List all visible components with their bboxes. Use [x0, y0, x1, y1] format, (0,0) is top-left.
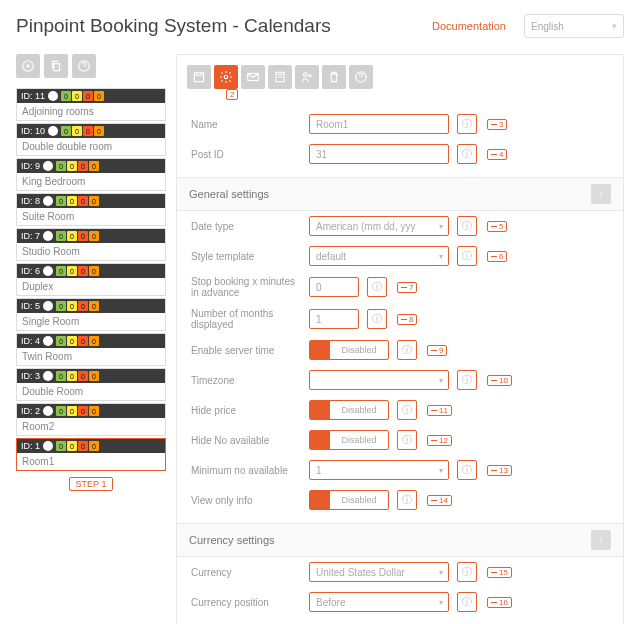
- status-dot: 0: [67, 406, 77, 416]
- min-avail-select[interactable]: 1: [309, 460, 449, 480]
- calendar-name: Single Room: [17, 313, 165, 330]
- tab-settings[interactable]: [214, 65, 238, 89]
- months-help[interactable]: ⓘ: [367, 309, 387, 329]
- calendar-name: Duplex: [17, 278, 165, 295]
- server-time-toggle[interactable]: Disabled: [309, 340, 389, 360]
- style-help[interactable]: ⓘ: [457, 246, 477, 266]
- calendar-item[interactable]: ID: 6 0 0 0 0 Duplex: [16, 263, 166, 296]
- callout-9: 9: [427, 345, 447, 356]
- collapse-general[interactable]: ↑: [591, 184, 611, 204]
- hide-price-help[interactable]: ⓘ: [397, 400, 417, 420]
- calendar-item[interactable]: ID: 1 0 0 0 0 Room1: [16, 438, 166, 471]
- style-select[interactable]: default: [309, 246, 449, 266]
- add-calendar-button[interactable]: [16, 54, 40, 78]
- status-dot: 0: [61, 126, 71, 136]
- tab-email[interactable]: [241, 65, 265, 89]
- stop-booking-help[interactable]: ⓘ: [367, 277, 387, 297]
- hide-avail-label: Hide No available: [191, 435, 301, 446]
- avatar-icon: [43, 301, 53, 311]
- documentation-link[interactable]: Documentation: [432, 20, 506, 32]
- timezone-help[interactable]: ⓘ: [457, 370, 477, 390]
- months-input[interactable]: 1: [309, 309, 359, 329]
- status-dot: 0: [61, 91, 71, 101]
- date-type-label: Date type: [191, 221, 301, 232]
- calendar-item[interactable]: ID: 5 0 0 0 0 Single Room: [16, 298, 166, 331]
- calendar-item[interactable]: ID: 9 0 0 0 0 King Bedroom: [16, 158, 166, 191]
- server-time-help[interactable]: ⓘ: [397, 340, 417, 360]
- calendar-item[interactable]: ID: 2 0 0 0 0 Room2: [16, 403, 166, 436]
- currency-position-label: Currency position: [191, 597, 301, 608]
- currency-help[interactable]: ⓘ: [457, 562, 477, 582]
- copy-button[interactable]: [44, 54, 68, 78]
- calendar-item[interactable]: ID: 10 0 0 0 0 Double double room: [16, 123, 166, 156]
- status-dot: 0: [78, 441, 88, 451]
- hide-price-toggle[interactable]: Disabled: [309, 400, 389, 420]
- calendar-id: ID: 2: [21, 406, 40, 416]
- calendar-name: Room2: [17, 418, 165, 435]
- tab-help[interactable]: [349, 65, 373, 89]
- avatar-icon: [43, 196, 53, 206]
- calendar-id: ID: 9: [21, 161, 40, 171]
- status-dot: 0: [56, 371, 66, 381]
- callout-8: 8: [397, 314, 417, 325]
- status-dot: 0: [89, 441, 99, 451]
- date-type-help[interactable]: ⓘ: [457, 216, 477, 236]
- callout-11: 11: [427, 405, 452, 416]
- hide-avail-toggle[interactable]: Disabled: [309, 430, 389, 450]
- calendar-item[interactable]: ID: 3 0 0 0 0 Double Room: [16, 368, 166, 401]
- currency-position-select[interactable]: Before: [309, 592, 449, 612]
- svg-rect-1: [54, 64, 60, 71]
- avatar-icon: [43, 231, 53, 241]
- name-label: Name: [191, 119, 301, 130]
- status-dot: 0: [89, 371, 99, 381]
- date-type-select[interactable]: American (mm dd, yyy: [309, 216, 449, 236]
- status-dot: 0: [56, 231, 66, 241]
- step-1-label: STEP 1: [69, 477, 114, 491]
- currency-position-help[interactable]: ⓘ: [457, 592, 477, 612]
- name-help[interactable]: ⓘ: [457, 114, 477, 134]
- postid-help[interactable]: ⓘ: [457, 144, 477, 164]
- tab-users[interactable]: [295, 65, 319, 89]
- view-only-toggle[interactable]: Disabled: [309, 490, 389, 510]
- status-dot: 0: [56, 161, 66, 171]
- status-dot: 0: [89, 406, 99, 416]
- tab-calendar[interactable]: [187, 65, 211, 89]
- callout-14: 14: [427, 495, 452, 506]
- avatar-icon: [43, 371, 53, 381]
- calendar-item[interactable]: ID: 4 0 0 0 0 Twin Room: [16, 333, 166, 366]
- postid-label: Post ID: [191, 149, 301, 160]
- calendar-item[interactable]: ID: 7 0 0 0 0 Studio Room: [16, 228, 166, 261]
- page-title: Pinpoint Booking System - Calendars: [16, 15, 432, 37]
- name-input[interactable]: Room1: [309, 114, 449, 134]
- collapse-currency[interactable]: ↑: [591, 530, 611, 550]
- currency-settings-heading: Currency settings: [189, 534, 591, 546]
- status-dot: 0: [56, 406, 66, 416]
- hide-avail-help[interactable]: ⓘ: [397, 430, 417, 450]
- status-dot: 0: [56, 301, 66, 311]
- stop-booking-input[interactable]: 0: [309, 277, 359, 297]
- calendar-item[interactable]: ID: 8 0 0 0 0 Suite Room: [16, 193, 166, 226]
- callout-6: 6: [487, 251, 507, 262]
- status-dot: 0: [89, 231, 99, 241]
- currency-select[interactable]: United States Dollar: [309, 562, 449, 582]
- tab-delete[interactable]: [322, 65, 346, 89]
- calendar-name: Double Room: [17, 383, 165, 400]
- tab-form[interactable]: [268, 65, 292, 89]
- language-select[interactable]: English: [524, 14, 624, 38]
- callout-15: 15: [487, 567, 512, 578]
- calendar-name: Room1: [17, 453, 165, 470]
- postid-input[interactable]: 31: [309, 144, 449, 164]
- currency-label: Currency: [191, 567, 301, 578]
- calendar-item[interactable]: ID: 11 0 0 0 0 Adjoining rooms: [16, 88, 166, 121]
- timezone-select[interactable]: [309, 370, 449, 390]
- avatar-icon: [48, 91, 58, 101]
- help-button[interactable]: [72, 54, 96, 78]
- svg-point-8: [309, 75, 311, 77]
- status-dot: 0: [78, 196, 88, 206]
- timezone-label: Timezone: [191, 375, 301, 386]
- calendar-name: Twin Room: [17, 348, 165, 365]
- min-avail-help[interactable]: ⓘ: [457, 460, 477, 480]
- view-only-help[interactable]: ⓘ: [397, 490, 417, 510]
- status-dot: 0: [94, 91, 104, 101]
- calendar-id: ID: 10: [21, 126, 45, 136]
